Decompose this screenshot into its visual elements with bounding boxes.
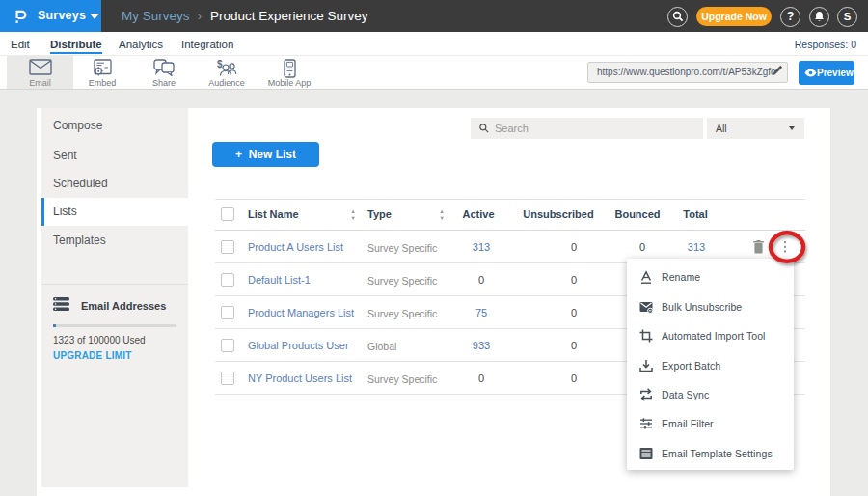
svg-text:$: $ (217, 59, 223, 69)
